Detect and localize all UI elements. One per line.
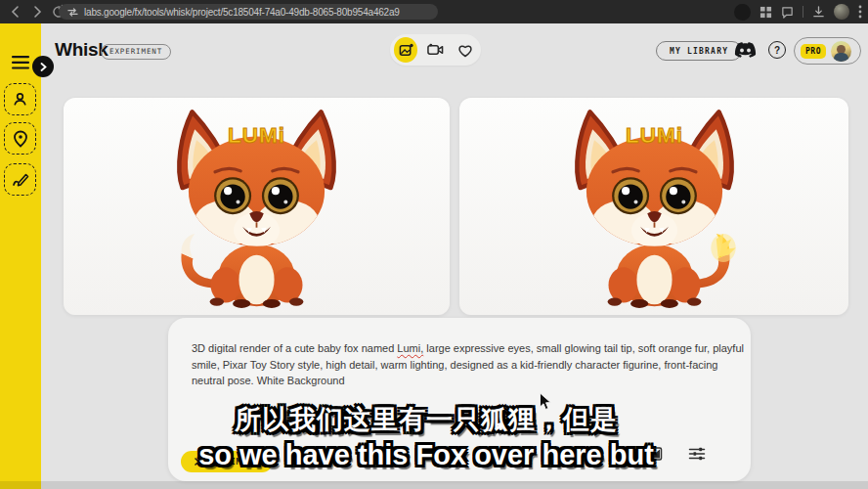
url-bar[interactable]: labs.google/fx/tools/whisk/project/5c185… — [59, 4, 438, 20]
toolbar-divider — [803, 6, 803, 18]
browser-profile-avatar[interactable] — [834, 4, 849, 20]
site-info-icon[interactable] — [67, 7, 78, 18]
my-library-button[interactable]: MY LIBRARY — [656, 41, 742, 61]
sidebar-slot-subject[interactable] — [4, 83, 36, 115]
sidebar-slot-scene[interactable] — [4, 122, 36, 155]
heart-icon — [457, 43, 473, 58]
tab-groups-icon[interactable] — [760, 6, 772, 19]
fox-name-label: LUMi — [228, 123, 285, 148]
person-icon — [12, 91, 28, 108]
video-camera-icon — [427, 43, 444, 57]
prompt-misspelled-word: Lumi, — [397, 342, 423, 354]
back-icon[interactable] — [8, 4, 23, 20]
fox-illustration-left: LUMi — [142, 105, 371, 308]
video-mode-button[interactable] — [423, 37, 447, 63]
comment-icon[interactable] — [781, 6, 794, 19]
pen-style-icon — [12, 172, 29, 188]
discord-icon[interactable] — [734, 42, 757, 59]
subtitle-english: so we have this Fox over here but — [0, 439, 852, 471]
image-sparkle-icon — [399, 43, 413, 58]
favorites-button[interactable] — [454, 37, 477, 63]
forward-icon[interactable] — [29, 4, 45, 20]
pro-badge: PRO — [801, 44, 826, 59]
sidebar-slot-style[interactable] — [4, 163, 36, 196]
prompt-segment: 3D digital render of a cute baby fox nam… — [192, 342, 397, 354]
image-mode-button[interactable] — [394, 37, 417, 63]
experiment-badge: EXPERIMENT — [101, 44, 171, 60]
download-icon[interactable] — [812, 6, 825, 19]
account-menu[interactable]: PRO — [794, 37, 861, 65]
sidebar-expand-toggle[interactable] — [32, 56, 54, 77]
hamburger-menu-icon[interactable] — [12, 56, 29, 69]
video-letterbox-strip — [0, 481, 868, 489]
mode-switcher — [390, 34, 481, 66]
prompt-text[interactable]: 3D digital render of a cute baby fox nam… — [192, 340, 744, 389]
extension-icon[interactable] — [734, 4, 751, 21]
mouse-cursor — [539, 392, 552, 411]
url-text: labs.google/fx/tools/whisk/project/5c185… — [84, 7, 400, 18]
fox-illustration-right: LUMi — [540, 105, 769, 308]
location-pin-icon — [13, 130, 28, 148]
help-button[interactable]: ? — [768, 41, 786, 59]
subtitle-chinese: 所以我们这里有一只狐狸，但是 — [0, 402, 852, 437]
generated-image-right[interactable]: LUMi — [459, 98, 848, 315]
whisk-app-window: labs.google/fx/tools/whisk/project/5c185… — [0, 0, 868, 489]
help-glyph: ? — [774, 45, 780, 56]
browser-actions — [734, 0, 862, 23]
browser-menu-icon[interactable] — [858, 5, 862, 19]
user-avatar — [831, 41, 851, 62]
generated-image-left[interactable]: LUMi — [64, 98, 450, 315]
chevron-right-icon — [40, 63, 47, 71]
fox-name-label: LUMi — [626, 123, 683, 148]
browser-toolbar: labs.google/fx/tools/whisk/project/5c185… — [0, 0, 868, 23]
